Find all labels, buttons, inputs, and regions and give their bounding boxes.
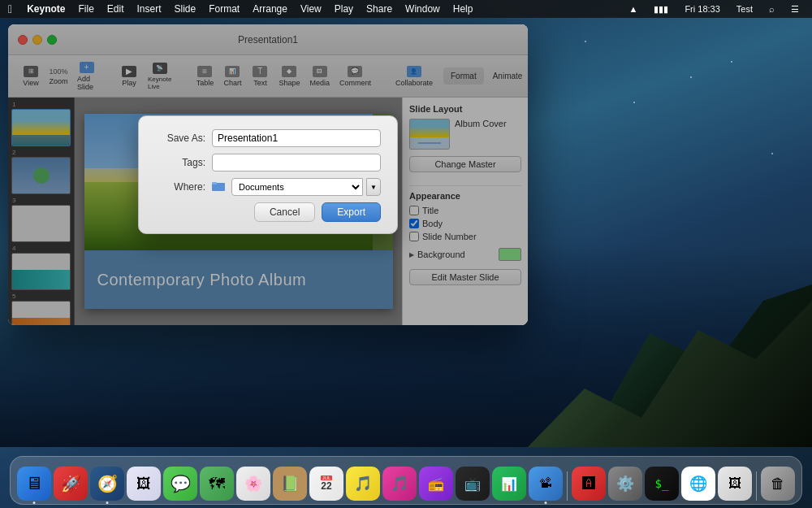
dock-sysprefs[interactable]: ⚙️ (608, 467, 642, 501)
datetime-display: Fri 18:33 (678, 0, 726, 18)
save-as-input[interactable] (212, 129, 381, 147)
save-as-label: Save As: (155, 132, 212, 144)
dock-numbers[interactable]: 📊 (492, 467, 526, 501)
dock-separator-2 (756, 471, 757, 501)
dock-photos[interactable]: 🌸 (236, 467, 270, 501)
dock-photos-utility[interactable]: 🖼 (127, 467, 161, 501)
dock-appstore[interactable]: 🅰 (572, 467, 606, 501)
view-menu[interactable]: View (294, 0, 328, 18)
app-name-menu[interactable]: Keynote (20, 0, 71, 18)
keynote-active-dot (545, 501, 547, 504)
dock-safari[interactable]: 🧭 (90, 467, 124, 501)
battery-icon: ▮▮▮ (647, 0, 675, 18)
save-dialog-overlay: Save As: Tags: Where: Docu (8, 24, 528, 325)
dock-messages[interactable]: 💬 (163, 467, 197, 501)
dock-finder[interactable]: 🖥 (17, 467, 51, 501)
insert-menu[interactable]: Insert (131, 0, 168, 18)
share-menu[interactable]: Share (360, 0, 399, 18)
arrange-menu[interactable]: Arrange (246, 0, 294, 18)
tags-label: Tags: (155, 157, 212, 168)
dock-music[interactable]: 🎵 (382, 467, 417, 501)
where-label: Where: (155, 181, 212, 193)
menu-bar:  Keynote File Edit Insert Slide Format … (0, 0, 812, 18)
dock-contacts[interactable]: 📗 (273, 467, 307, 501)
wifi-icon[interactable]: ▲ (623, 0, 645, 18)
dock-tv[interactable]: 📺 (456, 467, 490, 501)
dock-terminal[interactable]: $_ (645, 467, 679, 501)
dock-keynote[interactable]: 📽 (529, 467, 563, 501)
edit-menu[interactable]: Edit (101, 0, 131, 18)
help-menu[interactable]: Help (447, 0, 480, 18)
export-button[interactable]: Export (322, 202, 381, 222)
save-dialog: Save As: Tags: Where: Docu (138, 115, 398, 234)
save-as-row: Save As: (155, 129, 381, 147)
folder-icon (212, 180, 225, 193)
format-menu[interactable]: Format (202, 0, 246, 18)
dock-notes[interactable]: 🎵 (346, 467, 380, 501)
dock-separator-1 (567, 471, 568, 501)
safari-active-dot (106, 501, 109, 504)
dock-preview[interactable]: 🖼 (718, 467, 752, 501)
svg-rect-1 (212, 182, 217, 185)
where-row: Where: Documents ▼ (155, 178, 381, 196)
where-select-arrow[interactable]: ▼ (366, 178, 381, 196)
file-menu[interactable]: File (71, 0, 100, 18)
dock-launchpad[interactable]: 🚀 (54, 467, 88, 501)
window-menu[interactable]: Window (399, 0, 447, 18)
dock-trash[interactable]: 🗑 (761, 467, 795, 501)
finder-active-dot (33, 501, 36, 504)
dialog-buttons: Cancel Export (155, 202, 381, 222)
play-menu[interactable]: Play (328, 0, 360, 18)
tags-row: Tags: (155, 154, 381, 172)
dock: 🖥 🚀 🧭 🖼 💬 🗺 🌸 📗 JUL 22 🎵 🎵 📻 (10, 456, 802, 505)
dock-calendar[interactable]: JUL 22 (309, 467, 343, 501)
control-center-icon[interactable]: ☰ (784, 0, 806, 18)
tags-input[interactable] (212, 154, 381, 172)
dock-maps[interactable]: 🗺 (200, 467, 234, 501)
dock-podcasts[interactable]: 📻 (419, 467, 453, 501)
spotlight-icon[interactable]: ⌕ (762, 0, 781, 18)
cancel-button[interactable]: Cancel (254, 202, 315, 222)
keynote-window: Presentation1 ⊞ View 100% Zoom + Add Sli… (8, 24, 528, 325)
dock-chrome[interactable]: 🌐 (681, 467, 715, 501)
user-name[interactable]: Test (730, 0, 759, 18)
where-select[interactable]: Documents (231, 178, 363, 196)
apple-menu[interactable]:  (0, 0, 20, 18)
slide-menu[interactable]: Slide (168, 0, 203, 18)
